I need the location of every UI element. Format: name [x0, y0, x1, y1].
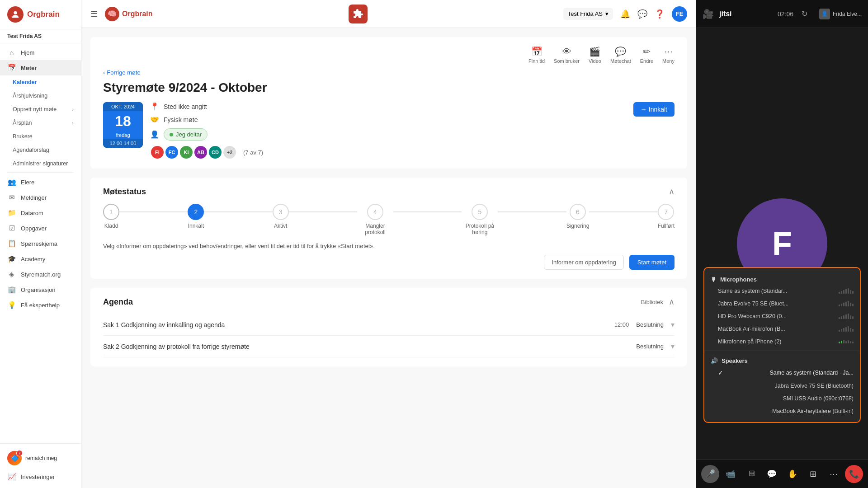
more-options-button[interactable]: ⋯: [825, 465, 843, 483]
sidebar-item-hjem[interactable]: ⌂ Hjem: [0, 45, 81, 60]
speaker-item-label: SMI USB Audio (090c:0768): [783, 395, 854, 402]
vol-bar: [845, 341, 847, 343]
sidebar-item-eiere[interactable]: 👥 Eiere: [0, 174, 81, 190]
sidebar-item-admin-sig[interactable]: Administrer signaturer: [0, 157, 81, 170]
mic-item-1[interactable]: Jabra Evolve 75 SE (Bluet...: [704, 297, 860, 310]
sidebar-item-arsplan[interactable]: Årsplan ›: [0, 116, 81, 130]
step-line: [498, 211, 566, 212]
sidebar-item-moter[interactable]: 📅 Møter: [0, 60, 81, 75]
date-badge: OKT. 2024 18 fredag 12:00-14:00: [103, 102, 143, 148]
toggle-camera-button[interactable]: 📹: [722, 465, 740, 483]
step-mangler: 4 Mangler protokoll: [357, 204, 393, 235]
sidebar-item-label: Kalender: [13, 79, 37, 85]
mic-item-4[interactable]: Mikrofonen på iPhone (2): [704, 335, 860, 348]
toolbar-finn-tid[interactable]: 📅 Finn tid: [528, 46, 545, 64]
sidebar-item-label: Årshjulvisning: [13, 93, 47, 99]
sidebar-item-academy[interactable]: 🎓 Academy: [0, 251, 81, 267]
speaker-item-3[interactable]: MacBook Air-høyttalere (Built-in): [704, 405, 860, 418]
microphone-icon: 🎙: [711, 276, 717, 283]
chevron-down-icon[interactable]: ▾: [671, 320, 675, 329]
sidebar-item-sporreskjema[interactable]: 📋 Spørreskjema: [0, 236, 81, 251]
sidebar-item-styrematch[interactable]: ◈ Styrematch.org: [0, 267, 81, 282]
rematch-item[interactable]: 🔷 7 rematch meg: [0, 447, 81, 469]
raise-hand-button[interactable]: ✋: [783, 465, 802, 483]
chat-button[interactable]: 💬: [763, 465, 781, 483]
collapse-icon[interactable]: ∧: [669, 187, 675, 197]
mic-item-3[interactable]: MacBook Air-mikrofon (B...: [704, 323, 860, 335]
sidebar-item-label: Spørreskjema: [21, 240, 57, 247]
sidebar-item-investeringer[interactable]: 📈 Investeringer: [0, 469, 81, 484]
chevron-right-icon: ›: [72, 107, 74, 112]
sidebar-item-agendaforslag[interactable]: Agendaforslag: [0, 143, 81, 157]
hamburger-menu[interactable]: ☰: [90, 9, 98, 19]
share-screen-button[interactable]: 🖥: [742, 465, 760, 483]
jitsi-content: F 🎙 Microphones Same as system (Standar.…: [696, 28, 868, 459]
user-avatar[interactable]: FE: [672, 6, 687, 22]
back-link[interactable]: ‹ Forrige møte: [103, 69, 675, 76]
sidebar-item-label: Datarom: [21, 210, 43, 216]
vol-bar: [852, 291, 854, 294]
chevron-right-icon: ›: [72, 120, 74, 126]
participant-avatar: FI: [150, 145, 165, 160]
vol-bar: [841, 304, 842, 306]
vol-bar: [852, 304, 854, 306]
speaker-item-0[interactable]: ✓ Same as system (Standard - Ja...: [704, 366, 860, 380]
notifications-icon[interactable]: 🔔: [620, 9, 630, 19]
mail-icon: ✉: [7, 193, 16, 202]
grid-view-button[interactable]: ⊞: [804, 465, 822, 483]
start-motet-button[interactable]: Start møtet: [629, 255, 675, 270]
participants-row: FI FC KI AB CD +2 (7 av 7): [150, 145, 633, 160]
help-circle-icon[interactable]: ❓: [655, 9, 665, 19]
sidebar-item-organisasjon[interactable]: 🏢 Organisasjon: [0, 282, 81, 297]
sidebar-item-eksperthelp[interactable]: 💡 Få eksperthelp: [0, 297, 81, 313]
refresh-icon[interactable]: ↻: [802, 9, 807, 18]
sidebar-item-brukere[interactable]: Brukere: [0, 130, 81, 143]
toolbar-endre[interactable]: ✏ Endre: [640, 46, 653, 64]
vol-bar: [839, 342, 840, 343]
mic-item-2[interactable]: HD Pro Webcam C920 (0...: [704, 310, 860, 323]
sidebar-item-oppgaver[interactable]: ☑ Oppgaver: [0, 221, 81, 236]
sidebar-item-label: Brukere: [13, 133, 33, 140]
sidebar-logo[interactable]: Orgbrain: [0, 0, 81, 29]
sidebar-item-arshjulvisning[interactable]: Årshjulvisning: [0, 89, 81, 103]
speaker-item-1[interactable]: Jabra Evolve 75 SE (Bluetooth): [704, 380, 860, 392]
home-icon: ⌂: [7, 49, 16, 56]
jeg-deltar-button[interactable]: Jeg deltar: [164, 128, 208, 141]
informer-button[interactable]: Informer om oppdatering: [544, 255, 623, 270]
rematch-label: rematch meg: [25, 455, 57, 461]
toolbar-som-bruker[interactable]: 👁 Som bruker: [554, 47, 580, 64]
sidebar-item-opprett[interactable]: Opprett nytt møte ›: [0, 103, 81, 116]
sidebar: Orgbrain Test Frida AS ⌂ Hjem 📅 Møter Ka…: [0, 0, 81, 488]
physical-meeting-icon: 🤝: [150, 115, 159, 124]
toolbar-motechat[interactable]: 💬 Møtechat: [610, 46, 631, 64]
sidebar-item-meldinger[interactable]: ✉ Meldinger: [0, 190, 81, 205]
sidebar-item-kalender[interactable]: Kalender: [0, 75, 81, 89]
step-line: [204, 211, 272, 212]
speaker-item-label: Same as system (Standard - Ja...: [770, 370, 854, 376]
participants-count: (7 av 7): [243, 149, 263, 156]
innkalt-button[interactable]: → Innkalt: [633, 102, 675, 117]
step-line: [393, 211, 462, 212]
jitsi-user-icon: 👤: [819, 9, 830, 19]
toolbar-video[interactable]: 🎬 Video: [589, 46, 601, 64]
vol-bar: [841, 291, 842, 294]
volume-indicator: [839, 301, 854, 306]
sidebar-item-datarom[interactable]: 📁 Datarom: [0, 205, 81, 221]
step-circle: 6: [570, 204, 586, 220]
company-selector[interactable]: Test Frida AS ▾: [563, 8, 613, 20]
mic-item-0[interactable]: Same as system (Standar...: [704, 285, 860, 297]
speaker-item-2[interactable]: SMI USB Audio (090c:0768): [704, 392, 860, 405]
status-dot: [170, 133, 173, 136]
topbar-actions: Test Frida AS ▾ 🔔 💬 ❓ FE: [563, 6, 687, 22]
collapse-icon[interactable]: ∧: [669, 297, 675, 307]
hang-up-button[interactable]: 📞: [845, 465, 863, 483]
mute-mic-button[interactable]: 🎤: [701, 465, 719, 483]
messages-icon[interactable]: 💬: [637, 9, 647, 19]
sidebar-item-label: Academy: [21, 256, 45, 263]
step-label: Innkalt: [188, 223, 204, 229]
toolbar-meny[interactable]: ⋯ Meny: [662, 46, 675, 64]
chevron-down-icon[interactable]: ▾: [671, 342, 675, 351]
agenda-item-right: Beslutning ▾: [629, 342, 675, 351]
video-icon: 🎬: [589, 46, 600, 57]
status-card: Møtestatus ∧ 1 Kladd 2 Innkalt 3 Aktivt: [90, 178, 687, 279]
